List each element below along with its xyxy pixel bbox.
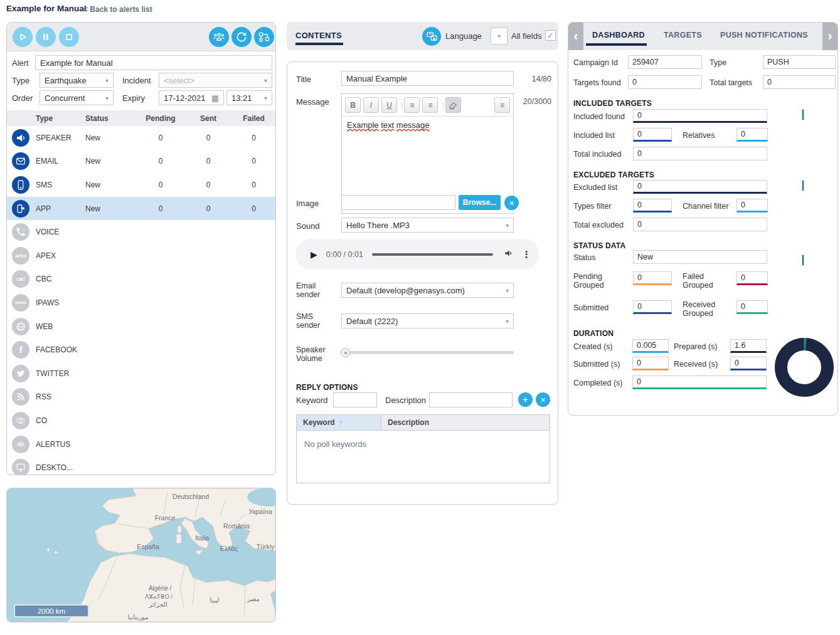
language-select[interactable]: ▾: [491, 28, 508, 45]
excluded-list-label: Excluded list: [573, 183, 617, 192]
tab-push-notifications[interactable]: PUSH NOTIFICATIONS: [720, 31, 808, 39]
tab-targets[interactable]: TARGETS: [664, 31, 702, 39]
failed-grouped-label: Failed Grouped: [683, 272, 726, 290]
italic-button[interactable]: I: [363, 97, 379, 113]
audio-volume-icon[interactable]: [503, 247, 516, 261]
title-counter: 14/80: [532, 75, 551, 83]
underline-button[interactable]: U: [381, 97, 397, 113]
title-input[interactable]: [341, 71, 514, 86]
speaker-volume-slider[interactable]: [341, 351, 514, 354]
table-row[interactable]: RSS: [7, 386, 275, 409]
map-label: España: [137, 543, 159, 550]
excluded-targets-heading: EXCLUDED TARGETS: [573, 171, 654, 179]
status-value: New: [633, 250, 767, 264]
keyword-input[interactable]: [333, 392, 377, 407]
col-failed: Failed: [232, 114, 275, 123]
total-targets-label: Total targets: [710, 78, 752, 87]
type-select[interactable]: Earthquake ▾: [40, 73, 114, 88]
sound-select[interactable]: Hello There .MP3 ▾: [341, 218, 514, 233]
table-row[interactable]: SPEAKERNew 000: [7, 126, 275, 150]
keywords-col-keyword[interactable]: Keyword ↑: [297, 415, 381, 430]
groups-button[interactable]: [209, 27, 229, 47]
order-select[interactable]: Concurrent ▾: [40, 90, 114, 105]
type-label: Type: [12, 76, 29, 85]
clear-image-button[interactable]: ×: [504, 196, 519, 210]
refresh-button[interactable]: [231, 27, 252, 47]
reply-options-heading: REPLY OPTIONS: [296, 383, 358, 392]
expiry-date-input[interactable]: 17-12-2021 ▦: [159, 90, 224, 105]
browse-button[interactable]: Browse...: [459, 195, 501, 210]
language-label: Language: [445, 31, 482, 41]
play-alert-button[interactable]: [13, 27, 33, 47]
table-row[interactable]: f FACEBOOK: [7, 338, 275, 362]
table-row[interactable]: TWITTER: [7, 362, 275, 386]
tab-dashboard-underline: [586, 43, 647, 46]
svg-text:IPAWS: IPAWS: [15, 301, 26, 305]
rss-icon: [12, 388, 29, 406]
table-row[interactable]: APEX APEX: [7, 244, 275, 268]
total-included-value: 0: [633, 147, 767, 160]
table-row-selected[interactable]: APPNew 000: [7, 197, 275, 221]
ordered-list-icon[interactable]: ≡: [404, 97, 420, 113]
relatives-value: 0: [736, 128, 768, 142]
message-body[interactable]: Example text message: [342, 117, 513, 134]
description-input[interactable]: [429, 392, 513, 407]
add-keyword-button[interactable]: +: [518, 392, 533, 407]
align-justify-icon[interactable]: ≡: [494, 97, 510, 113]
table-row[interactable]: CO: [7, 409, 275, 433]
map-scale-bar: 2000 km: [14, 605, 88, 617]
chevron-down-icon: ▾: [105, 77, 109, 84]
received-grouped-value: 0: [736, 300, 768, 314]
col-pending: Pending: [137, 114, 184, 123]
tab-dashboard[interactable]: DASHBOARD: [592, 31, 645, 39]
tabs-scroll-left-button[interactable]: ‹: [568, 23, 583, 50]
stop-alert-button[interactable]: [59, 27, 79, 47]
image-path-input[interactable]: [341, 195, 455, 210]
table-row[interactable]: SMSNew 000: [7, 173, 275, 197]
back-to-alerts-link[interactable]: < Back to alerts list: [83, 5, 152, 14]
all-fields-checkbox[interactable]: ✓: [545, 30, 556, 41]
clear-format-icon[interactable]: [445, 97, 461, 113]
workflow-button[interactable]: [254, 27, 274, 47]
map-canvas[interactable]: Deutschland France Україна România Itali…: [7, 488, 275, 622]
map-label: România: [223, 522, 250, 530]
editor-toolbar: B I U | ≡ ≡ | ≡: [342, 94, 513, 117]
types-filter-label: Types filter: [573, 202, 611, 211]
audio-menu-kebab-icon[interactable]: ⋮: [522, 249, 531, 260]
alert-name-input[interactable]: [35, 55, 272, 70]
audio-play-icon[interactable]: ▶: [311, 249, 317, 260]
table-row[interactable]: CBC CBC: [7, 268, 275, 291]
calendar-icon[interactable]: ▦: [211, 93, 219, 103]
all-fields-label: All fields: [511, 31, 541, 41]
svg-text:f: f: [19, 345, 23, 355]
sms-sender-select[interactable]: Default (2222) ▾: [341, 313, 514, 328]
apex-icon: APEX: [12, 247, 29, 265]
pause-alert-button[interactable]: [36, 27, 56, 47]
incident-select[interactable]: <select> ▾: [159, 73, 272, 88]
email-sender-select[interactable]: Default (develop@genasys.com) ▾: [341, 283, 514, 298]
clear-keyword-button[interactable]: ×: [536, 392, 550, 407]
map-panel[interactable]: Deutschland France Україна România Itali…: [6, 488, 276, 622]
total-excluded-value: 0: [633, 218, 767, 231]
included-list-value: 0: [633, 128, 672, 142]
table-row[interactable]: DESKTO...: [7, 456, 275, 475]
expiry-time-select[interactable]: 13:21 ▾: [226, 90, 272, 105]
included-found-label: Included found: [573, 112, 625, 121]
tab-contents[interactable]: CONTENTS: [295, 31, 342, 40]
pending-grouped-value: 0: [633, 271, 672, 285]
bold-button[interactable]: B: [345, 97, 361, 113]
table-row[interactable]: VOICE: [7, 220, 275, 244]
table-row[interactable]: WEB: [7, 315, 275, 338]
email-sender-label: Email sender: [296, 281, 335, 300]
campaign-id-value: 259407: [628, 55, 702, 69]
bullet-list-icon[interactable]: ≡: [422, 97, 438, 113]
tabs-scroll-right-button[interactable]: ›: [822, 23, 837, 50]
table-row[interactable]: ALERTUS: [7, 433, 275, 456]
table-row[interactable]: IPAWS IPAWS: [7, 291, 275, 315]
incident-label: Incident: [122, 76, 151, 85]
completed-label: Completed (s): [573, 379, 623, 387]
slider-thumb[interactable]: [341, 348, 350, 357]
table-row[interactable]: EMAILNew 000: [7, 150, 275, 174]
audio-progress-bar[interactable]: [372, 253, 493, 256]
keywords-col-description[interactable]: Description: [381, 415, 550, 430]
